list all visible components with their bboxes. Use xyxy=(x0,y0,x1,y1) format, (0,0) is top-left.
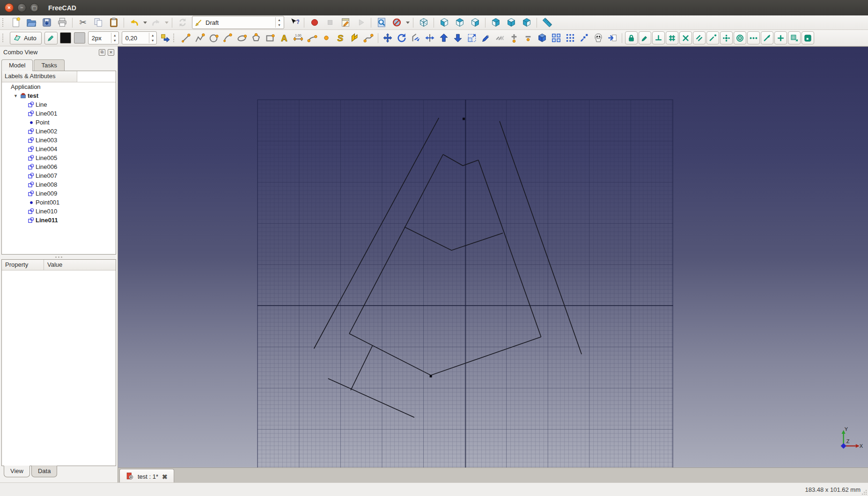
combo-spinner[interactable]: ▲▼ xyxy=(275,17,283,28)
3d-viewport[interactable]: X Y Z xyxy=(118,46,868,467)
snap-near-button[interactable] xyxy=(761,31,773,44)
view-left-button[interactable] xyxy=(519,16,534,29)
macro-play-button[interactable] xyxy=(353,16,368,29)
macro-edit-button[interactable] xyxy=(338,16,353,29)
tree-item-line006[interactable]: Line006 xyxy=(2,162,116,171)
construction-mode-button[interactable] xyxy=(158,31,172,45)
tree-item-line008[interactable]: Line008 xyxy=(2,180,116,189)
view-front-button[interactable] xyxy=(436,16,452,29)
set-style-button[interactable] xyxy=(44,32,58,44)
tab-data[interactable]: Data xyxy=(31,466,57,477)
tree-item-line011[interactable]: Line011 xyxy=(2,216,116,225)
viewport-canvas[interactable]: X Y Z xyxy=(118,47,868,467)
snap-parallel-button[interactable] xyxy=(693,31,706,44)
draft-move-button[interactable] xyxy=(381,31,395,45)
draft-arc-button[interactable] xyxy=(221,31,235,45)
copy-button[interactable] xyxy=(90,16,106,29)
draft-point-button[interactable] xyxy=(319,31,333,45)
tree-item-line004[interactable]: Line004 xyxy=(2,145,116,153)
scale-factor-stepper[interactable]: 0,20▲▼ xyxy=(122,31,157,44)
snap-dimensions-button[interactable] xyxy=(747,31,760,44)
draft-edit-button[interactable] xyxy=(479,31,493,45)
spin-up-icon[interactable]: ▲ xyxy=(276,17,283,22)
snap-ortho-button[interactable] xyxy=(774,31,787,44)
tree-item-line009[interactable]: Line009 xyxy=(2,189,116,198)
save-document-button[interactable] xyxy=(39,16,54,29)
undo-menu-button[interactable] xyxy=(142,16,148,29)
tree-item-line005[interactable]: Line005 xyxy=(2,153,116,162)
toggle-grid-button[interactable] xyxy=(802,31,814,44)
draft-circle-button[interactable] xyxy=(207,31,221,45)
spin-down-icon[interactable]: ▼ xyxy=(276,22,283,28)
fit-all-button[interactable] xyxy=(374,16,389,29)
view-bottom-button[interactable] xyxy=(503,16,519,29)
snap-angle-button[interactable] xyxy=(734,31,746,44)
redo-menu-button[interactable] xyxy=(163,16,169,29)
spin-down-icon[interactable]: ▼ xyxy=(149,38,156,43)
tab-model[interactable]: Model xyxy=(1,59,33,71)
new-document-button[interactable] xyxy=(8,16,23,29)
draft-point[interactable] xyxy=(430,375,432,378)
view-rear-button[interactable] xyxy=(488,16,503,29)
draft-join-button[interactable] xyxy=(493,31,507,45)
draft-line-button[interactable] xyxy=(179,31,193,45)
spin-down-icon[interactable]: ▼ xyxy=(111,38,118,43)
draft-upgrade-button[interactable] xyxy=(437,31,451,45)
document-tab-close-icon[interactable]: ✖ xyxy=(162,474,168,480)
snap-intersection-button[interactable] xyxy=(679,31,692,44)
open-document-button[interactable] xyxy=(23,16,39,29)
draft-ellipse-button[interactable] xyxy=(235,31,249,45)
draft-facebinder-button[interactable] xyxy=(347,31,361,45)
spin-up-icon[interactable]: ▲ xyxy=(149,33,156,38)
spin-up-icon[interactable]: ▲ xyxy=(111,33,118,38)
draft-path-array-button[interactable] xyxy=(563,31,577,45)
paste-button[interactable] xyxy=(106,16,121,29)
view-top-button[interactable] xyxy=(452,16,467,29)
tree-item-line010[interactable]: Line010 xyxy=(2,207,116,216)
macro-stop-button[interactable] xyxy=(322,16,338,29)
snap-working-plane-button[interactable] xyxy=(788,31,801,44)
snap-endpoint-button[interactable] xyxy=(639,31,651,44)
toolbar-drag-handle[interactable] xyxy=(2,18,6,27)
draft-bezcurve-button[interactable] xyxy=(361,31,375,45)
toolbar-drag-handle[interactable] xyxy=(2,34,6,42)
tree-item-point001[interactable]: Point001 xyxy=(2,198,116,207)
snap-center-button[interactable] xyxy=(720,31,733,44)
draft-scale-button[interactable] xyxy=(465,31,479,45)
tree-item-line003[interactable]: Line003 xyxy=(2,136,116,145)
draft-array-button[interactable] xyxy=(549,31,563,45)
draft-shape-2d-view-button[interactable] xyxy=(577,31,591,45)
whats-this-button[interactable]: ? xyxy=(286,16,302,29)
window-maximize-button[interactable]: ▢ xyxy=(30,3,39,12)
draft-shapestring-button[interactable]: S xyxy=(333,31,347,45)
cut-button[interactable]: ✂ xyxy=(75,16,90,29)
draw-style-menu-button[interactable] xyxy=(405,16,411,29)
draft-clone-button[interactable] xyxy=(591,31,605,45)
tab-view[interactable]: View xyxy=(4,466,30,477)
panel-splitter[interactable] xyxy=(0,255,118,259)
tree-item-application[interactable]: Application xyxy=(2,82,116,91)
draft-downgrade-button[interactable] xyxy=(451,31,465,45)
expander-icon[interactable]: ▼ xyxy=(13,94,19,98)
draft-point[interactable] xyxy=(463,118,465,120)
measure-distance-button[interactable] xyxy=(539,16,555,29)
snap-grid-button[interactable] xyxy=(666,31,678,44)
window-minimize-button[interactable]: − xyxy=(17,3,26,12)
document-tab[interactable]: test : 1* ✖ xyxy=(119,469,174,484)
face-color-swatch[interactable] xyxy=(74,32,85,44)
tree-item-line001[interactable]: Line001 xyxy=(2,109,116,118)
tree-item-line002[interactable]: Line002 xyxy=(2,127,116,136)
refresh-button[interactable] xyxy=(175,16,190,29)
draw-style-button[interactable] xyxy=(389,16,405,29)
line-width-stepper[interactable]: 2px▲▼ xyxy=(88,31,119,44)
print-button[interactable] xyxy=(54,16,70,29)
panel-close-button[interactable]: ✕ xyxy=(108,49,114,56)
tab-tasks[interactable]: Tasks xyxy=(34,59,64,71)
panel-float-button[interactable]: ⧉ xyxy=(99,49,105,56)
redo-button[interactable] xyxy=(148,16,163,29)
tree-item-line[interactable]: Line xyxy=(2,100,116,109)
draft-dimension-button[interactable]: 1.00 xyxy=(291,31,305,45)
resize-grip[interactable] xyxy=(861,489,867,495)
snap-perpendicular-button[interactable] xyxy=(652,31,665,44)
tree-item-point[interactable]: Point xyxy=(2,118,116,127)
